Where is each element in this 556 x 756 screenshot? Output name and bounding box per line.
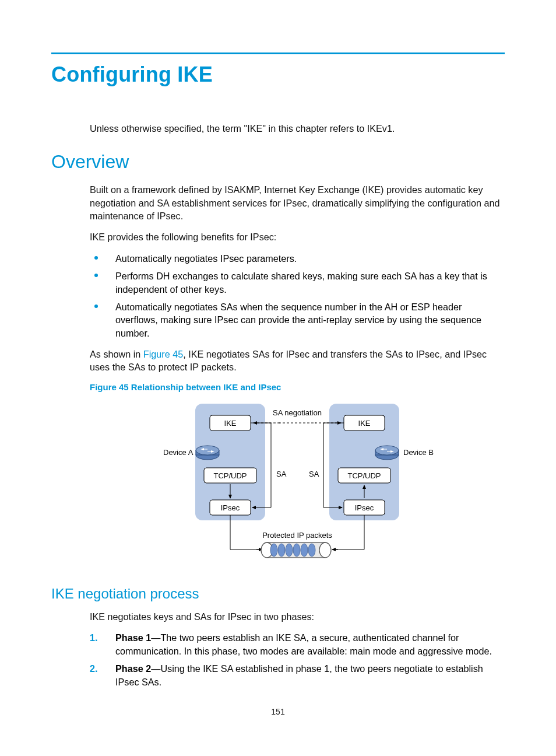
list-item: Automatically negotiates IPsec parameter… bbox=[90, 252, 505, 265]
overview-p1: Built on a framework defined by ISAKMP, … bbox=[90, 183, 505, 222]
svg-text:Device A: Device A bbox=[163, 448, 193, 457]
pipe-icon bbox=[261, 542, 331, 558]
svg-text:TCP/UDP: TCP/UDP bbox=[347, 471, 381, 480]
intro-paragraph: Unless otherwise specified, the term "IK… bbox=[90, 122, 505, 135]
svg-text:IKE: IKE bbox=[358, 419, 371, 428]
svg-point-30 bbox=[375, 446, 399, 455]
svg-text:IPsec: IPsec bbox=[221, 503, 240, 512]
overview-p2: IKE provides the following benefits for … bbox=[90, 230, 505, 243]
svg-point-39 bbox=[286, 544, 293, 556]
svg-text:IPsec: IPsec bbox=[355, 503, 374, 512]
svg-point-38 bbox=[278, 544, 285, 556]
negotiation-intro: IKE negotiates keys and SAs for IPsec in… bbox=[90, 610, 505, 623]
figure-45: IKE TCP/UDP IPsec IKE TCP/UDP IPsec bbox=[140, 398, 455, 573]
page-title: Configuring IKE bbox=[51, 62, 505, 87]
svg-point-41 bbox=[301, 544, 308, 556]
svg-text:Device B: Device B bbox=[403, 448, 434, 457]
overview-bullet-list: Automatically negotiates IPsec parameter… bbox=[90, 252, 505, 340]
list-item: Automatically negotiates SAs when the se… bbox=[90, 300, 505, 340]
list-item: 2. Phase 2—Using the IKE SA established … bbox=[90, 662, 505, 688]
svg-text:SA: SA bbox=[276, 470, 287, 478]
list-item: 1. Phase 1—The two peers establish an IK… bbox=[90, 631, 505, 657]
figure-link[interactable]: Figure 45 bbox=[143, 349, 183, 359]
svg-point-42 bbox=[308, 544, 315, 556]
negotiation-heading: IKE negotiation process bbox=[51, 586, 505, 602]
svg-point-40 bbox=[293, 544, 300, 556]
negotiation-list: 1. Phase 1—The two peers establish an IK… bbox=[90, 631, 505, 689]
svg-text:IKE: IKE bbox=[224, 419, 237, 428]
svg-text:TCP/UDP: TCP/UDP bbox=[213, 471, 247, 480]
svg-point-35 bbox=[319, 542, 331, 558]
list-item: Performs DH exchanges to calculate share… bbox=[90, 270, 505, 296]
svg-point-26 bbox=[196, 446, 219, 455]
svg-text:SA: SA bbox=[309, 470, 319, 478]
svg-text:Protected IP packets: Protected IP packets bbox=[262, 531, 332, 540]
svg-text:SA negotiation: SA negotiation bbox=[273, 408, 322, 417]
router-icon bbox=[196, 446, 219, 460]
router-icon bbox=[375, 446, 399, 460]
overview-heading: Overview bbox=[51, 151, 505, 173]
overview-p3: As shown in Figure 45, IKE negotiates SA… bbox=[90, 348, 505, 374]
figure-caption: Figure 45 Relationship between IKE and I… bbox=[90, 382, 505, 392]
svg-point-37 bbox=[270, 544, 277, 556]
page-number: 151 bbox=[0, 707, 556, 716]
